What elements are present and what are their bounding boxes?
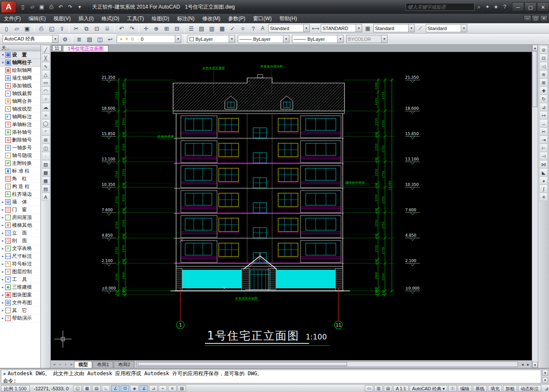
erase-button[interactable]: ⊘ <box>540 46 548 54</box>
3d-osnap-toggle[interactable]: ◈ <box>130 385 139 392</box>
polygon-button[interactable]: △ <box>42 70 50 78</box>
designcenter-button[interactable]: ▤ <box>197 24 206 33</box>
expand-arrow-icon[interactable]: ▸ <box>1 285 5 289</box>
palette-item-16[interactable]: ◱角 柱 <box>0 175 40 183</box>
menu-help[interactable]: 帮助(H) <box>276 14 301 23</box>
layer-combo[interactable]: ●☀⊙■0▾ <box>117 35 181 43</box>
search-input[interactable] <box>406 3 475 11</box>
qat-menu-button[interactable]: ▾ <box>75 3 84 11</box>
layout-tab-nav-2[interactable]: › <box>63 361 68 368</box>
expand-arrow-icon[interactable]: ▸ <box>1 262 5 266</box>
palette-item-32[interactable]: ▸▧文件布图 <box>0 299 40 307</box>
expand-arrow-icon[interactable]: ▸ <box>1 270 5 274</box>
menu-parametric[interactable]: 参数(P) <box>224 14 249 23</box>
layer-states-button[interactable]: ▤ <box>85 35 94 43</box>
palette-item-14[interactable]: ⇄主附转换 <box>0 160 40 167</box>
palette-item-7[interactable]: ∿轴改线型 <box>0 105 40 113</box>
ortho-toggle[interactable]: ∟ <box>102 385 110 392</box>
palette-item-8[interactable]: ≢轴网标注 <box>0 113 40 121</box>
arc-button[interactable]: ◠ <box>42 86 50 95</box>
command-window[interactable]: ◈Autodesk DWG。 此文件上次由 Autodesk 应用程序或 Aut… <box>0 368 549 384</box>
help-button[interactable]: ? <box>248 24 258 33</box>
tz-toggle-2[interactable]: 填充 <box>488 385 502 392</box>
quickcalc-button[interactable]: ⌗ <box>238 24 248 33</box>
undo-button[interactable]: ↶ <box>56 3 65 11</box>
palette-item-34[interactable]: ▸?帮助演示 <box>0 315 40 322</box>
table-style-combo[interactable]: Standard▾ <box>373 24 415 32</box>
autocad-logo-button[interactable]: A <box>1 1 16 13</box>
command-prompt-line[interactable]: 命令: <box>3 377 539 383</box>
region-button[interactable]: ▦ <box>42 176 50 185</box>
horizontal-scrollbar[interactable] <box>136 361 518 367</box>
vscroll-track[interactable] <box>532 108 538 362</box>
offset-button[interactable]: ≋ <box>540 70 548 78</box>
gradient-button[interactable]: ▩ <box>42 168 50 176</box>
revision-cloud-button[interactable]: ☁ <box>42 103 50 111</box>
construction-line-button[interactable]: ╳ <box>42 54 50 62</box>
open-button[interactable]: ▱ <box>28 3 37 11</box>
polar-toggle[interactable]: ∠ <box>111 385 120 392</box>
doc-minimize-button[interactable]: ─ <box>524 15 531 22</box>
ui-lock-button[interactable]: ⚿ <box>448 385 457 392</box>
hscroll-thumb[interactable] <box>138 362 347 366</box>
expand-arrow-icon[interactable]: ▸ <box>1 239 5 243</box>
palette-item-3[interactable]: ▤墙生轴网 <box>0 74 40 82</box>
sign-in-icon[interactable]: ✦ <box>483 4 492 10</box>
palette-item-6[interactable]: ⊞轴网合并 <box>0 98 40 105</box>
palette-item-2[interactable]: ▦绘制轴网 <box>0 67 40 74</box>
palette-item-18[interactable]: ⊫柱齐墙边 <box>0 191 40 198</box>
line-button[interactable]: ╱ <box>42 46 50 54</box>
palette-item-31[interactable]: ▸▦图块图案 <box>0 291 40 299</box>
palette-item-19[interactable]: ▸▤墙 体 <box>0 198 40 206</box>
palette-item-5[interactable]: ✂轴线裁剪 <box>0 90 40 98</box>
model-space-button[interactable]: ▭ <box>365 385 373 392</box>
expand-arrow-icon[interactable]: ▸ <box>1 278 5 281</box>
palette-item-28[interactable]: ▸≡图层控制 <box>0 268 40 276</box>
chevron-down-icon[interactable]: ▾ <box>52 35 58 43</box>
palette-item-24[interactable]: ▸◲剖 面 <box>0 237 40 245</box>
save-button[interactable]: ▣ <box>37 3 47 11</box>
model-space-viewport[interactable]: 11121.35021.35018.60018.60015.85015.8501… <box>51 52 532 360</box>
quick-view-layouts-button[interactable]: ▥ <box>374 385 383 392</box>
expand-arrow-icon[interactable]: ▸ <box>1 200 5 204</box>
properties-button[interactable]: ☰ <box>186 24 196 33</box>
infer-constraints-toggle[interactable]: ◱ <box>73 385 82 392</box>
tz-toggle-1[interactable]: 基线 <box>473 385 487 392</box>
palette-item-9[interactable]: ①单轴标注 <box>0 121 40 129</box>
osnap-toggle[interactable]: ⊙ <box>121 385 129 392</box>
palette-item-10[interactable]: ⊕添补轴号 <box>0 129 40 136</box>
menu-format[interactable]: 格式(O) <box>98 14 123 23</box>
expand-arrow-icon[interactable]: ▸ <box>1 293 5 297</box>
scroll-down-icon[interactable]: ▾ <box>532 362 538 368</box>
publish-button[interactable]: ⇪ <box>57 24 67 33</box>
workspace-combo[interactable]: AutoCAD 经典▾ <box>3 35 59 43</box>
tz-toggle-4[interactable]: 动态标注 <box>518 385 541 392</box>
fillet-button[interactable]: ◕ <box>540 176 548 185</box>
layout-tab-model[interactable]: 模型 <box>74 361 92 368</box>
tz-toggle-3[interactable]: 加粗 <box>503 385 517 392</box>
favorites-icon[interactable]: ★ <box>492 4 500 10</box>
color-combo[interactable]: ByLayer▾ <box>188 35 235 43</box>
palette-item-21[interactable]: ▸⌂房间屋顶 <box>0 214 40 222</box>
expand-arrow-icon[interactable]: ▸ <box>1 231 5 235</box>
chevron-down-icon[interactable]: ▾ <box>461 25 467 32</box>
palette-item-0[interactable]: ▾▤设 置 <box>0 51 40 59</box>
rectangle-button[interactable]: ▭ <box>42 78 50 86</box>
match-properties-button[interactable]: ⌸ <box>102 24 112 33</box>
layout-tab-layout2[interactable]: 布局2 <box>114 361 134 368</box>
open-button[interactable]: ▱ <box>12 24 22 33</box>
vscroll-thumb[interactable] <box>533 51 537 107</box>
ellipse-button[interactable]: ◯ <box>42 119 50 127</box>
layout-tab-layout1[interactable]: 布局1 <box>93 361 113 368</box>
tool-palettes-button[interactable]: ▥ <box>207 24 217 33</box>
grid-toggle[interactable]: ▤ <box>92 385 101 392</box>
plot-button[interactable]: ⎙ <box>37 24 46 33</box>
markup-set-manager-button[interactable]: ✓ <box>228 24 237 33</box>
zoom-previous-button[interactable]: ⊟ <box>172 24 182 33</box>
quick-view-drawings-button[interactable]: ▤ <box>384 385 392 392</box>
mirror-button[interactable]: ◁ <box>540 62 548 70</box>
palette-item-17[interactable]: ▯构 造 柱 <box>0 183 40 191</box>
expand-arrow-icon[interactable]: ▸ <box>1 309 5 312</box>
palette-item-26[interactable]: ▸⟷尺寸标注 <box>0 253 40 260</box>
palette-item-27[interactable]: ▸✎符号标注 <box>0 260 40 268</box>
